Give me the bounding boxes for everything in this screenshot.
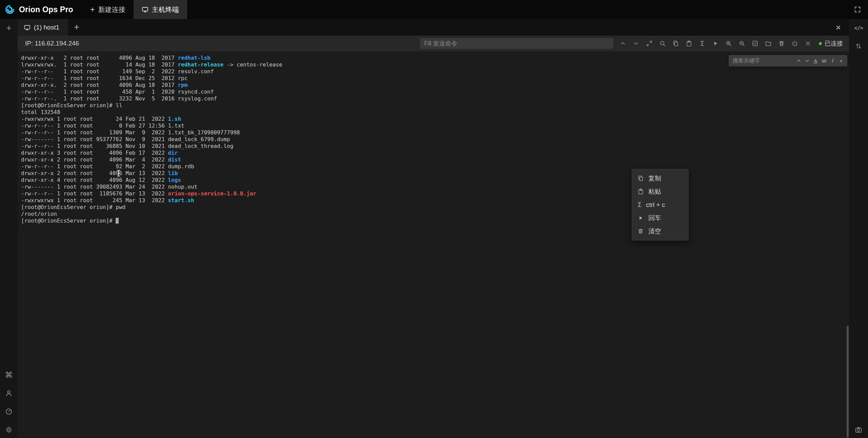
command-shortcut-icon[interactable]: ⌘ xyxy=(3,369,15,381)
toolbar-folder-button[interactable] xyxy=(763,38,774,49)
connection-status: 已连接 xyxy=(817,39,844,47)
search-prev-button[interactable] xyxy=(794,56,803,65)
context-menu-item-enter[interactable]: 回车 xyxy=(632,211,688,225)
terminal-search-bar: AWI× xyxy=(729,55,847,66)
top-menu: + 新建连接 主机终端 xyxy=(82,0,187,19)
terminal-line: -rwxrwxrwx 1 root root 24 Feb 21 2022 1.… xyxy=(21,116,849,122)
context-menu-item-paste[interactable]: 粘贴 xyxy=(632,185,688,198)
folder-icon xyxy=(765,40,772,47)
swap-vertical-icon[interactable] xyxy=(852,40,865,52)
top-bar: Orion Ops Pro + 新建连接 主机终端 xyxy=(0,0,868,19)
toolbar-expand-button[interactable] xyxy=(644,38,655,49)
terminal-context-menu: 复制粘贴Σctrl + c回车清空 xyxy=(632,169,689,241)
terminal-toolbar: IP: 116.62.194.246 Σ 已连接 xyxy=(18,36,849,51)
screenshot-camera-icon[interactable] xyxy=(852,424,865,436)
new-tab-button[interactable]: + xyxy=(68,19,85,36)
checkbox-icon xyxy=(752,40,758,47)
toolbar-close-button[interactable] xyxy=(803,38,813,49)
topbar-spacer xyxy=(187,0,854,19)
app-root: Orion Ops Pro + 新建连接 主机终端 xyxy=(0,0,868,438)
paste-icon xyxy=(637,188,644,195)
toolbar-copy-button[interactable] xyxy=(670,38,681,49)
terminal-line: drwxr-xr-x 2 root root 4096 Mar 4 2022 d… xyxy=(21,156,849,163)
scrollbar-thumb[interactable] xyxy=(847,326,849,438)
search-icon xyxy=(659,40,666,47)
mouse-ibeam-cursor xyxy=(118,170,119,176)
toolbar-paste-button[interactable] xyxy=(684,38,694,49)
context-menu-label: 回车 xyxy=(648,215,661,222)
terminal-line: [root@OrionEcsServer orion]# ll xyxy=(21,102,849,109)
toolbar-sigma-button[interactable]: Σ xyxy=(697,38,708,49)
toolbar-chevron-down-button[interactable] xyxy=(631,38,642,49)
toolbar-trash-button[interactable] xyxy=(776,38,787,49)
search-buttons: AWI× xyxy=(794,56,845,65)
right-sidebar: </> xyxy=(849,19,868,438)
search-match-case-button[interactable]: A xyxy=(811,56,820,65)
zoom-out-icon xyxy=(738,40,745,47)
tabbar-right: × xyxy=(836,19,849,36)
code-icon[interactable]: </> xyxy=(852,22,865,34)
dashboard-gauge-icon[interactable] xyxy=(3,405,15,418)
context-menu-label: 清空 xyxy=(648,228,661,235)
toolbar-chevron-up-button[interactable] xyxy=(617,38,628,49)
left-sidebar-bottom: ⌘ xyxy=(3,369,15,436)
terminal-line: drwxr-xr-x. 2 root root 4096 Aug 18 2017… xyxy=(21,82,849,89)
terminal-output[interactable]: drwxr-xr-x 2 root root 4096 Aug 18 2017 … xyxy=(18,51,849,438)
tab-host1[interactable]: (1) host1 xyxy=(18,19,68,36)
sigma-icon: Σ xyxy=(637,202,642,208)
terminal-line: [root@OrionEcsServer orion]# pwd xyxy=(21,204,849,211)
terminal-line: -rwxrwxrwx 1 root root 245 Mar 13 2022 s… xyxy=(21,197,849,204)
search-whole-word-button[interactable]: W xyxy=(820,56,828,65)
context-menu-item-copy[interactable]: 复制 xyxy=(632,172,688,185)
terminal-line: drwxr-xr-x 3 root root 4096 Feb 17 2022 … xyxy=(21,150,849,156)
search-next-button[interactable] xyxy=(803,56,811,65)
left-sidebar: + ⌘ xyxy=(0,19,18,438)
search-input[interactable] xyxy=(733,58,794,64)
context-menu-items: 复制粘贴Σctrl + c回车清空 xyxy=(632,172,688,238)
expand-icon xyxy=(646,40,653,47)
search-close-button[interactable]: × xyxy=(837,56,845,65)
terminal-line: -rw------- 1 root root 95377762 Nov 9 20… xyxy=(21,136,849,143)
terminal-line: -rw-r--r-- 1 root root 149 Sep 2 2022 re… xyxy=(21,68,849,75)
terminal-line: -rw------- 1 root root 39082493 Mar 24 2… xyxy=(21,184,849,190)
center-column: (1) host1 + × IP: 116.62.194.246 Σ 已连接 xyxy=(18,19,849,438)
topbar-right xyxy=(854,0,868,19)
tab-bar: (1) host1 + × xyxy=(18,19,849,36)
toolbar-play-button[interactable] xyxy=(710,38,721,49)
terminal-line: -rw-r--r-- 1 root root 1309 Mar 9 2022 1… xyxy=(21,129,849,136)
close-icon[interactable]: × xyxy=(836,23,841,32)
toolbar-search-button[interactable] xyxy=(657,38,668,49)
menu-item-host-terminal[interactable]: 主机终端 xyxy=(134,0,187,19)
context-menu-item-ctrl-c[interactable]: Σctrl + c xyxy=(632,198,688,211)
paste-icon xyxy=(686,40,692,47)
terminal-line: total 132548 xyxy=(21,109,849,116)
toolbar-zoom-in-button[interactable] xyxy=(723,38,734,49)
fullscreen-icon[interactable] xyxy=(854,6,861,13)
plus-icon: + xyxy=(6,23,11,32)
chevron-up-icon xyxy=(796,58,802,63)
command-input[interactable] xyxy=(420,38,613,49)
terminal-cursor xyxy=(116,218,119,224)
toolbar-checkbox-button[interactable] xyxy=(750,38,761,49)
context-menu-item-clear[interactable]: 清空 xyxy=(632,225,688,238)
chevron-down-icon xyxy=(805,58,810,63)
close-icon xyxy=(805,40,811,47)
terminal-line: -rw-r--r-- 1 root root 36885 Nov 10 2021… xyxy=(21,143,849,150)
toolbar-zoom-out-button[interactable] xyxy=(736,38,747,49)
search-regex-button[interactable]: I xyxy=(828,56,837,65)
terminal-line: drwxr-xr-x 2 root root 4096 Aug 18 2017 … xyxy=(21,55,849,61)
toolbar-icons: Σ xyxy=(617,38,813,49)
add-connection-button[interactable]: + xyxy=(3,22,15,34)
copy-icon xyxy=(637,175,644,182)
menu-item-new-connection[interactable]: + 新建连接 xyxy=(82,0,134,19)
status-label: 已连接 xyxy=(825,39,843,47)
zoom-in-icon xyxy=(725,40,732,47)
user-icon[interactable] xyxy=(3,387,15,399)
terminal-line: -rw-r--r-- 1 root root 1634 Dec 25 2012 … xyxy=(21,75,849,82)
toolbar-power-button[interactable] xyxy=(789,38,800,49)
context-menu-label: 复制 xyxy=(648,175,661,182)
settings-gear-icon[interactable] xyxy=(3,424,15,436)
menu-item-label: 主机终端 xyxy=(152,5,179,14)
play-icon xyxy=(712,40,719,47)
trash-icon xyxy=(637,228,644,234)
